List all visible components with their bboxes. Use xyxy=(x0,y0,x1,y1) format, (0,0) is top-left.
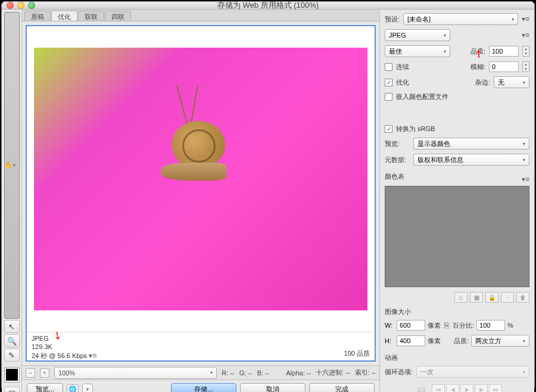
preview-profile-select[interactable]: 显示器颜色 xyxy=(413,138,529,150)
matte-label: 杂边: xyxy=(475,78,490,87)
convert-srgb-checkbox[interactable]: ✓ xyxy=(385,125,392,133)
optimized-label: 优化 xyxy=(396,78,409,87)
height-field[interactable]: 400 xyxy=(397,335,425,346)
color-table-label: 颜色表 xyxy=(385,172,529,181)
readout-index: 索引: -- xyxy=(355,368,376,377)
status-bar: − + 100% R: -- G: -- B: -- Alpha: -- 十六进… xyxy=(22,365,379,379)
zoom-select[interactable]: 100% xyxy=(54,367,217,379)
embed-profile-label: 嵌入颜色配置文件 xyxy=(396,92,448,101)
color-table-menu-icon[interactable]: ▾≡ xyxy=(522,175,529,183)
window-title: 存储为 Web 所用格式 (100%) xyxy=(2,0,534,11)
width-field[interactable]: 600 xyxy=(397,320,425,331)
animation-label: 动画 xyxy=(385,353,529,362)
resample-label: 品质: xyxy=(454,337,469,346)
progressive-checkbox[interactable] xyxy=(385,63,392,71)
link-icon[interactable]: ⎘ xyxy=(443,321,450,330)
slice-select-tool[interactable]: ↖ xyxy=(4,320,20,333)
color-table[interactable] xyxy=(385,186,529,287)
tab-four-up[interactable]: 四联 xyxy=(105,11,131,21)
format-select[interactable]: JPEG xyxy=(385,29,450,41)
new-color-button[interactable]: ▫ xyxy=(501,292,514,303)
blur-field[interactable]: 0 xyxy=(489,61,519,72)
preview-tabs: 原稿 优化 双联 四联 xyxy=(22,10,379,21)
info-loadtime: 24 秒 @ 56.6 Kbps xyxy=(32,352,87,359)
readout-b: B: -- xyxy=(257,369,270,377)
info-format: JPEG xyxy=(32,335,96,342)
loop-select: 一次 xyxy=(416,366,529,378)
quality-spinner[interactable]: ▲▼ xyxy=(522,46,529,57)
preset-label: 预设: xyxy=(385,15,400,24)
shift-websafe-button[interactable]: ▦ xyxy=(470,292,483,303)
progressive-label: 连续 xyxy=(396,63,409,71)
lock-color-button[interactable]: 🔒 xyxy=(485,292,498,303)
embed-profile-checkbox[interactable] xyxy=(385,93,392,101)
preset-select[interactable]: [未命名] xyxy=(403,13,518,25)
tool-column: ✋ ↖ 🔍 ✎ ▭ xyxy=(2,10,22,392)
quality-mode-select[interactable]: 最佳 xyxy=(385,45,450,57)
quality-field[interactable]: 100 xyxy=(489,46,519,57)
preset-menu-icon[interactable]: ▾≡ xyxy=(522,15,529,23)
image-size-label: 图像大小 xyxy=(385,307,529,316)
readout-hex: 十六进制: -- xyxy=(316,368,350,377)
next-frame-button: ▶ xyxy=(475,384,488,392)
eyedropper-color-swatch[interactable] xyxy=(5,368,19,382)
optimize-menu-icon[interactable]: ▾≡ xyxy=(522,31,529,39)
readout-g: G: -- xyxy=(239,369,253,377)
map-transparent-button[interactable]: ◇ xyxy=(454,292,468,303)
blur-label: 模糊: xyxy=(470,63,485,71)
first-frame-button: ⏮ xyxy=(432,384,445,392)
width-label: W: xyxy=(385,322,394,329)
bandwidth-menu-icon[interactable]: ▾≡ xyxy=(89,351,96,360)
zoom-out-button[interactable]: − xyxy=(26,368,35,378)
slice-visibility-toggle[interactable]: ▭ xyxy=(4,387,20,392)
zoom-in-button[interactable]: + xyxy=(40,368,49,378)
convert-srgb-label: 转换为 sRGB xyxy=(396,125,435,133)
height-label: H: xyxy=(385,337,394,344)
readout-alpha: Alpha: -- xyxy=(286,369,311,377)
percent-label: 百分比: xyxy=(453,321,474,330)
height-unit: 像素 xyxy=(428,337,441,346)
optimized-checkbox[interactable]: ✓ xyxy=(385,79,392,86)
matte-select[interactable]: 无 xyxy=(494,76,529,88)
eyedropper-tool[interactable]: ✎ xyxy=(4,349,20,362)
loop-label: 循环选项: xyxy=(385,368,413,377)
save-button[interactable]: 存储... xyxy=(171,383,236,393)
last-frame-button: ⏭ xyxy=(489,384,502,392)
metadata-select[interactable]: 版权和联系信息 xyxy=(413,154,529,166)
prev-frame-button: ◀ xyxy=(446,384,459,392)
blur-spinner[interactable]: ▲▼ xyxy=(522,61,529,72)
resample-select[interactable]: 两次立方 xyxy=(471,335,529,347)
delete-color-button[interactable]: 🗑 xyxy=(516,292,529,303)
preview-profile-label: 预览: xyxy=(385,139,410,148)
preview-button[interactable]: 预览... xyxy=(27,383,63,393)
image-preview[interactable] xyxy=(27,26,375,332)
tab-optimized[interactable]: 优化 xyxy=(51,11,77,21)
preview-frame: ➘ JPEG 129.3K 24 秒 @ 56.6 Kbps ▾≡ 100 品质 xyxy=(26,25,376,362)
titlebar: 存储为 Web 所用格式 (100%) xyxy=(2,2,534,10)
cancel-button[interactable]: 取消 xyxy=(240,383,306,393)
tab-original[interactable]: 原稿 xyxy=(24,11,51,21)
info-filesize: 129.3K xyxy=(32,343,96,350)
play-button: ▶ xyxy=(460,384,473,392)
info-quality: 100 品质 xyxy=(344,349,370,358)
tab-two-up[interactable]: 双联 xyxy=(78,11,104,21)
width-unit: 像素 xyxy=(428,321,441,330)
percent-suffix: % xyxy=(507,322,513,329)
zoom-tool[interactable]: 🔍 xyxy=(4,334,20,347)
browser-preview-button[interactable]: 🌐 xyxy=(67,384,79,393)
hand-tool[interactable]: ✋ xyxy=(4,12,20,319)
frame-counter: 1/1 xyxy=(412,384,431,392)
browser-select[interactable] xyxy=(82,384,93,393)
done-button[interactable]: 完成 xyxy=(309,383,375,393)
readout-r: R: -- xyxy=(222,369,234,377)
metadata-label: 元数据: xyxy=(385,155,410,164)
optimize-info: ➘ JPEG 129.3K 24 秒 @ 56.6 Kbps ▾≡ 100 品质 xyxy=(27,332,375,360)
settings-panel: 预设: [未命名] ▾≡ JPEG ▾≡ 最佳 品质: 100 ▲▼ ➘ 连续 xyxy=(379,10,534,392)
percent-field[interactable]: 100 xyxy=(476,320,505,331)
